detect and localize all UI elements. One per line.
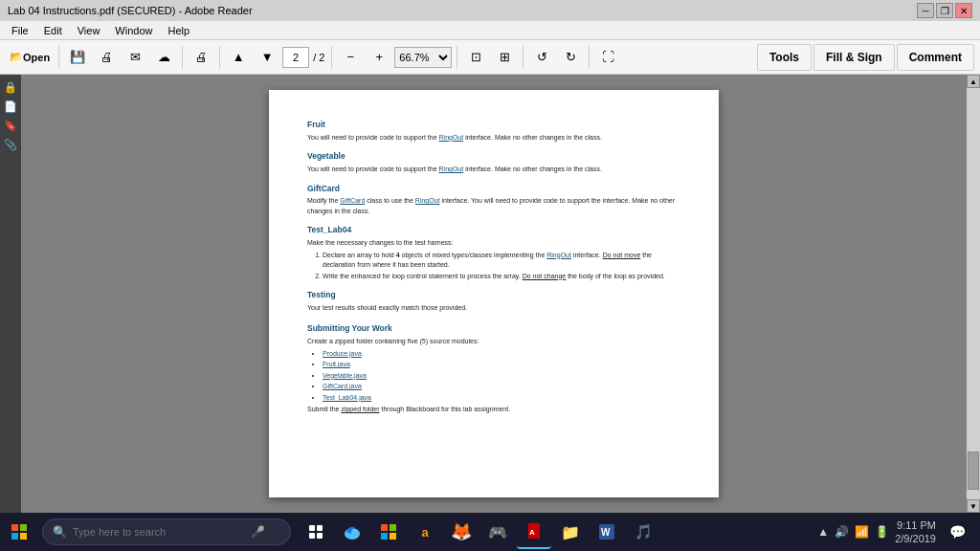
heading-giftcard: GiftCard: [307, 183, 680, 195]
list-item-2: Write the enhanced for loop control stat…: [323, 272, 680, 282]
menu-bar: File Edit View Window Help: [0, 21, 980, 40]
svg-rect-5: [317, 525, 323, 531]
zoom-in-button[interactable]: +: [366, 44, 392, 71]
page-separator: / 2: [313, 52, 324, 63]
save-button[interactable]: 💾: [64, 44, 91, 71]
minimize-button[interactable]: ─: [917, 3, 934, 18]
taskbar-acrobat[interactable]: A: [517, 515, 551, 549]
toolbar-separator-5: [457, 46, 457, 69]
scroll-down-button[interactable]: ▼: [967, 499, 980, 513]
restore-button[interactable]: ❐: [936, 3, 953, 18]
microphone-icon[interactable]: 🎤: [251, 525, 265, 539]
taskbar-right: ▲ 🔊 📶 🔋 9:11 PM 2/9/2019 💬: [817, 517, 980, 547]
taskbar-music[interactable]: 🎵: [626, 515, 660, 549]
sidebar-icon-page[interactable]: 📄: [2, 98, 19, 115]
fit-page-button[interactable]: ⊞: [491, 44, 518, 71]
zoom-out-button[interactable]: −: [337, 44, 364, 71]
taskbar-task-view[interactable]: [299, 515, 333, 549]
testlab04-list: Declare an array to hold 4 objects of mi…: [323, 251, 680, 282]
sidebar-icon-bookmark[interactable]: 🔖: [2, 117, 19, 134]
search-input[interactable]: [73, 526, 245, 538]
menu-window[interactable]: Window: [107, 21, 160, 39]
next-page-button[interactable]: ▼: [254, 44, 280, 71]
toolbar-separator: [58, 46, 59, 69]
menu-edit[interactable]: Edit: [36, 21, 70, 39]
print2-button[interactable]: 🖨: [188, 44, 214, 71]
cloud-button[interactable]: ☁: [150, 44, 177, 71]
taskbar-steam[interactable]: 🎮: [480, 515, 515, 549]
submit-item-produce: Produce.java: [323, 349, 680, 360]
list-item-1: Declare an array to hold 4 objects of mi…: [323, 251, 680, 271]
svg-rect-3: [20, 533, 27, 540]
comment-button[interactable]: Comment: [897, 44, 974, 71]
zoom-select[interactable]: 66.7% 50% 75% 100%: [394, 47, 452, 68]
start-button[interactable]: [0, 513, 38, 551]
heading-testing: Testing: [307, 289, 680, 301]
window-title: Lab 04 Instructions.pdf (SECURED) - Adob…: [8, 5, 917, 16]
menu-file[interactable]: File: [4, 21, 36, 39]
search-icon: 🔍: [53, 525, 67, 539]
pdf-container: Fruit You will need to provide code to s…: [21, 75, 967, 513]
network-wifi-icon[interactable]: 📶: [855, 525, 869, 539]
page-number-input[interactable]: [282, 47, 309, 68]
fill-sign-button[interactable]: Fill & Sign: [813, 44, 895, 71]
clock-time: 9:11 PM: [895, 518, 936, 532]
email-button[interactable]: ✉: [122, 44, 148, 71]
taskbar-amazon[interactable]: a: [408, 515, 442, 549]
svg-rect-10: [390, 524, 396, 531]
taskbar-center: a 🦊 🎮 A 📁 W 🎵: [299, 515, 660, 549]
menu-help[interactable]: Help: [160, 21, 197, 39]
rotate-back-button[interactable]: ↺: [528, 44, 555, 71]
heading-vegetable: Vegetable: [307, 150, 680, 163]
heading-fruit: Fruit: [307, 119, 680, 131]
open-button[interactable]: 📂 Open: [6, 44, 54, 71]
scroll-track[interactable]: [967, 88, 980, 499]
submitting-list: Produce.java Fruit.java Vegetable.java G…: [323, 349, 680, 404]
system-clock[interactable]: 9:11 PM 2/9/2019: [895, 518, 936, 546]
taskbar-windows-store[interactable]: [371, 515, 406, 549]
body-submitting-intro: Create a zipped folder containing five (…: [307, 337, 680, 347]
taskbar-folder[interactable]: 📁: [553, 515, 588, 549]
print-button[interactable]: 🖨: [93, 44, 120, 71]
battery-icon[interactable]: 🔋: [875, 525, 889, 539]
search-bar[interactable]: 🔍 🎤: [42, 518, 291, 545]
title-bar: Lab 04 Instructions.pdf (SECURED) - Adob…: [0, 0, 980, 21]
window-controls: ─ ❐ ✕: [917, 3, 972, 18]
fullscreen-button[interactable]: ⛶: [594, 44, 621, 71]
svg-rect-1: [20, 524, 27, 531]
notification-button[interactable]: 💬: [942, 517, 972, 547]
heading-testlab04: Test_Lab04: [307, 224, 680, 236]
svg-rect-4: [309, 525, 315, 531]
toolbar-separator-7: [589, 46, 590, 69]
svg-text:A: A: [529, 528, 535, 537]
toolbar-separator-6: [523, 46, 523, 69]
sidebar-icon-attach[interactable]: 📎: [2, 136, 19, 153]
svg-rect-6: [309, 533, 315, 539]
sidebar-icon-lock[interactable]: 🔒: [2, 78, 19, 96]
svg-rect-0: [11, 524, 18, 531]
taskbar-firefox[interactable]: 🦊: [444, 515, 479, 549]
rotate-fwd-button[interactable]: ↻: [557, 44, 584, 71]
taskbar-edge[interactable]: [335, 515, 369, 549]
tools-button[interactable]: Tools: [757, 44, 812, 71]
menu-view[interactable]: View: [70, 21, 108, 39]
svg-rect-7: [317, 533, 323, 539]
scroll-up-button[interactable]: ▲: [967, 75, 980, 88]
heading-submitting: Submitting Your Work: [307, 322, 680, 335]
fit-width-button[interactable]: ⊡: [462, 44, 489, 71]
network-icon[interactable]: ▲: [817, 525, 829, 539]
scroll-thumb[interactable]: [968, 452, 979, 490]
submit-item-vegetable: Vegetable.java: [323, 371, 680, 382]
body-giftcard: Modify the GiftCard class to use the Rin…: [307, 196, 680, 216]
body-testing: Your test results should exactly match t…: [307, 303, 680, 314]
prev-page-button[interactable]: ▲: [225, 44, 252, 71]
body-vegetable: You will need to provide code to support…: [307, 165, 680, 175]
svg-point-8: [345, 528, 360, 540]
taskbar-word[interactable]: W: [590, 515, 624, 549]
close-button[interactable]: ✕: [955, 3, 972, 18]
submit-item-giftcard: GiftCard.java: [323, 382, 680, 392]
svg-rect-12: [390, 533, 396, 540]
speaker-icon[interactable]: 🔊: [835, 525, 849, 539]
left-sidebar: 🔒 📄 🔖 📎: [0, 75, 21, 513]
clock-date: 2/9/2019: [895, 532, 936, 545]
